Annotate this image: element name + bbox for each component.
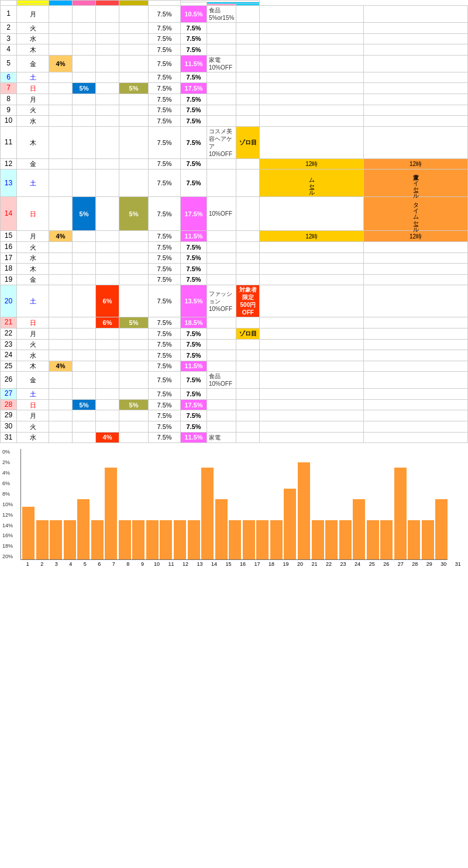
happy12-27	[96, 389, 119, 400]
weekday-11: 木	[17, 126, 49, 158]
note-20: ファッション10%OFF	[207, 285, 236, 317]
darepay-9: 7.5%	[149, 105, 181, 116]
first-day-19	[49, 274, 73, 285]
weekday-9: 火	[17, 105, 49, 116]
chart-x-label: 24	[350, 561, 365, 567]
day-num-17: 17	[1, 253, 17, 264]
chart-x-label: 13	[192, 561, 207, 567]
chart-y-label: 4%	[2, 470, 13, 476]
darepay-header	[119, 1, 149, 6]
note-28	[207, 399, 236, 410]
darepay-7: 7.5%	[149, 83, 181, 94]
happy12-15	[96, 231, 119, 242]
chart-x-label: 4	[64, 561, 78, 567]
note-17	[207, 253, 236, 264]
sale1-31	[260, 432, 364, 443]
sale2-6	[364, 72, 468, 83]
darepay-14: 7.5%	[149, 197, 181, 231]
happy12-1	[96, 6, 119, 23]
lyp-27	[73, 389, 96, 400]
chart-bar	[339, 520, 352, 560]
chart-y-label: 14%	[2, 523, 13, 528]
sale2-2	[364, 23, 468, 34]
chart-bar	[367, 520, 379, 560]
weekday-31: 水	[17, 432, 49, 443]
first-day-25: 4%	[49, 361, 73, 372]
sale1-29	[260, 410, 364, 421]
lyp-23	[73, 339, 96, 350]
note-14: 10%OFF	[207, 197, 236, 231]
sale1-15: 12時	[260, 231, 364, 242]
saidai-31: 11.5%	[181, 432, 207, 443]
sale1-8	[260, 94, 364, 105]
chart-x-label: 21	[307, 561, 322, 567]
weekday-24: 水	[17, 350, 49, 361]
sale2-29	[364, 410, 468, 421]
day-num-23: 23	[1, 339, 17, 350]
happy12-8	[96, 94, 119, 105]
happy12-23	[96, 339, 119, 350]
sale1-1	[260, 6, 364, 23]
saidai-16: 7.5%	[181, 241, 207, 253]
zorome-25	[236, 361, 260, 372]
weekday-18: 木	[17, 264, 49, 275]
weekday-14: 日	[17, 197, 49, 231]
chart-bar	[119, 520, 131, 560]
lyp-12	[73, 158, 96, 170]
saidai-18: 7.5%	[181, 264, 207, 275]
chart-bar	[243, 520, 255, 560]
chart-x-label: 18	[264, 561, 279, 567]
sale1-9	[260, 105, 364, 116]
sale2-28	[364, 399, 468, 410]
darepay-28: 7.5%	[149, 399, 181, 410]
chart-bar	[270, 520, 283, 560]
zorome-6	[236, 72, 260, 83]
chart-y-labels: 20%18%16%14%12%10%8%6%4%2%0%	[2, 449, 13, 559]
chop-1	[119, 6, 149, 23]
sale2-11	[364, 126, 468, 158]
sale2-19	[364, 274, 468, 285]
first-day-12	[49, 158, 73, 170]
day-num-24: 24	[1, 350, 17, 361]
day-num-11: 11	[1, 126, 17, 158]
chop-14: 5%	[119, 197, 149, 231]
note-16	[207, 241, 236, 253]
chart-x-label: 8	[121, 561, 136, 567]
zorome-9	[236, 105, 260, 116]
chart-x-label: 2	[35, 561, 50, 567]
note-30	[207, 421, 236, 433]
chart-x-label: 5	[78, 561, 92, 567]
chart-y-label: 6%	[2, 480, 13, 486]
first-day-5: 4%	[49, 55, 73, 72]
lyp-8	[73, 94, 96, 105]
first-day-26	[49, 372, 73, 389]
chart-bar	[312, 520, 324, 560]
saidai-4: 7.5%	[181, 44, 207, 56]
sale2-17	[364, 253, 468, 264]
chart-x-label: 6	[92, 561, 107, 567]
zorome-28	[236, 399, 260, 410]
zorome-20: 対象者限定500円OFF	[236, 285, 260, 317]
chop-16	[119, 241, 149, 253]
chart-bar	[394, 468, 407, 560]
first-day-13	[49, 170, 73, 197]
happy12-31: 4%	[96, 432, 119, 443]
weekday-25: 木	[17, 361, 49, 372]
chart-x-label: 9	[135, 561, 150, 567]
weekday-23: 火	[17, 339, 49, 350]
note-23	[207, 339, 236, 350]
sale2-12: 12時	[364, 158, 468, 170]
chop-29	[119, 410, 149, 421]
chart-x-label: 20	[293, 561, 308, 567]
zorome-26	[236, 372, 260, 389]
sale2-26	[364, 372, 468, 389]
darepay-17: 7.5%	[149, 253, 181, 264]
weekday-13: 土	[17, 170, 49, 197]
sale1-18	[260, 264, 364, 275]
note-10	[207, 116, 236, 127]
first-day-20	[49, 285, 73, 317]
chop-header	[96, 1, 119, 6]
chop-18	[119, 264, 149, 275]
chart-bar	[325, 520, 338, 560]
sale1-14	[260, 197, 364, 231]
